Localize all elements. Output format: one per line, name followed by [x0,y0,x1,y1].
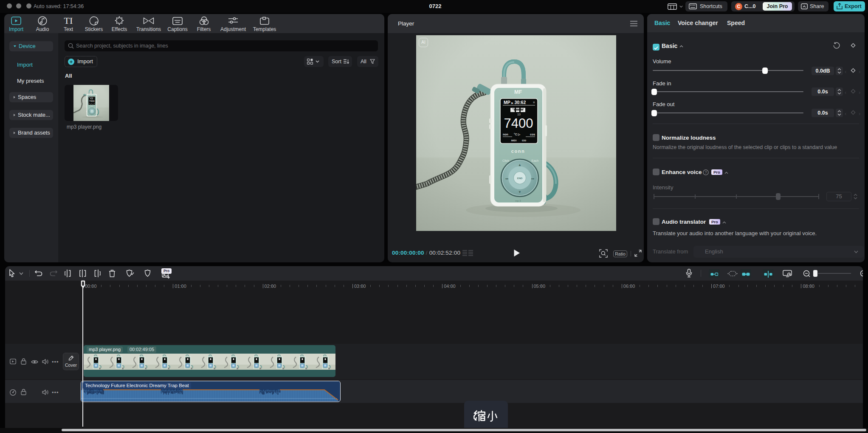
svg-text:?: ? [705,170,707,174]
